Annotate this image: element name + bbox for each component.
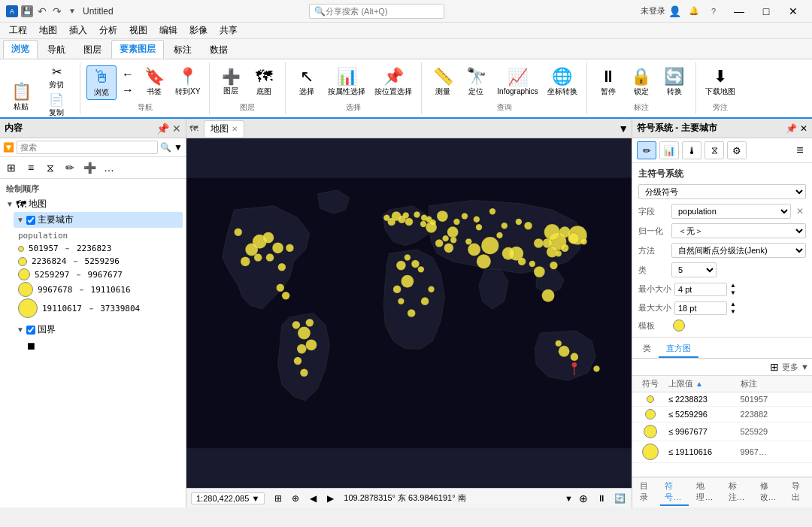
search-icon[interactable]: 🔍 xyxy=(160,142,171,153)
grid-button[interactable]: ⊞ xyxy=(271,492,286,505)
tab-data[interactable]: 数据 xyxy=(201,41,236,59)
min-size-down[interactable]: ▼ xyxy=(730,289,736,297)
expand-icon[interactable]: ▼ xyxy=(6,200,14,208)
layer-view-btn[interactable]: ⊞ xyxy=(3,159,20,176)
pause-status-btn[interactable]: ⏸ xyxy=(594,492,609,505)
menu-image[interactable]: 影像 xyxy=(183,23,214,38)
title-search-box[interactable]: 🔍 xyxy=(309,4,444,19)
attr-select-button[interactable]: 📊 按属性选择 xyxy=(325,67,368,98)
menu-insert[interactable]: 插入 xyxy=(63,23,93,38)
sym-btn-filter[interactable]: ⧖ xyxy=(704,141,724,159)
close-panel-icon[interactable]: ✕ xyxy=(172,123,181,135)
menu-map[interactable]: 地图 xyxy=(33,23,63,38)
cities-checkbox[interactable] xyxy=(26,216,35,225)
template-circle[interactable] xyxy=(673,320,685,332)
menu-analysis[interactable]: 分析 xyxy=(93,23,123,38)
close-button[interactable]: ✕ xyxy=(780,0,806,23)
min-size-up[interactable]: ▲ xyxy=(730,282,736,289)
sym-btn-heatmap[interactable]: 🌡 xyxy=(682,141,701,159)
borders-checkbox[interactable] xyxy=(26,326,35,335)
menu-share[interactable]: 共享 xyxy=(214,23,244,38)
bottom-tab-label[interactable]: 标注… xyxy=(724,479,753,506)
tab-class[interactable]: 类 xyxy=(635,341,659,358)
layer-edit-btn[interactable]: ✏ xyxy=(62,159,78,176)
lock-button[interactable]: 🔒 锁定 xyxy=(626,67,656,98)
cut-button[interactable]: ✂ 剪切 xyxy=(39,64,74,91)
tree-item-cities[interactable]: ▼ 主要城市 xyxy=(14,212,183,228)
coord-dropdown-icon[interactable]: ▼ xyxy=(565,494,573,503)
table-row[interactable]: ≤ 5259296 223882 xyxy=(632,407,812,423)
undo-icon[interactable]: ↶ xyxy=(36,5,48,17)
basemap-button[interactable]: 🗺 底图 xyxy=(249,67,279,98)
menu-view[interactable]: 视图 xyxy=(123,23,153,38)
zoom-button[interactable]: ⊕ xyxy=(288,492,303,505)
coord-convert-button[interactable]: 🌐 坐标转换 xyxy=(544,67,580,98)
back-button[interactable]: ← xyxy=(120,67,136,82)
col-upper-header[interactable]: 上限值 ▲ xyxy=(665,378,738,389)
add-layer-button[interactable]: ➕ 图层 xyxy=(216,68,246,98)
layer-search-input[interactable] xyxy=(17,141,158,154)
pin-icon[interactable]: 📌 xyxy=(156,123,169,135)
tab-browse[interactable]: 浏览 xyxy=(3,40,38,59)
bottom-tab-modify[interactable]: 修改… xyxy=(756,479,784,506)
forward-button[interactable]: → xyxy=(120,83,136,98)
field-select[interactable]: population xyxy=(671,204,791,219)
min-size-input[interactable] xyxy=(674,283,727,296)
paste-button[interactable]: 📋 粘贴 xyxy=(6,82,36,114)
table-row[interactable]: ≤ 2238823 501957 xyxy=(632,392,812,407)
bottom-tab-catalog[interactable]: 目录 xyxy=(635,479,657,506)
max-size-input[interactable] xyxy=(674,301,727,315)
map-canvas[interactable] xyxy=(186,138,632,488)
normalize-select[interactable]: ＜无＞ xyxy=(671,223,806,238)
tree-item-map[interactable]: ▼ 🗺 地图 xyxy=(3,196,183,212)
download-map-button[interactable]: ⬇ 下载地图 xyxy=(702,67,738,98)
table-scroll-area[interactable]: ≤ 2238823 501957 ≤ 5259296 223882 ≤ xyxy=(632,392,812,477)
redo-icon[interactable]: ↷ xyxy=(51,5,63,17)
tab-feature-layer[interactable]: 要素图层 xyxy=(111,40,164,59)
layer-more-btn[interactable]: … xyxy=(101,159,117,176)
measure-button[interactable]: 📏 测量 xyxy=(428,67,458,98)
table-row[interactable]: ≤ 9967677 525929 xyxy=(632,423,812,441)
more-btn[interactable]: 更多 ▼ xyxy=(782,362,809,373)
table-icon-btn[interactable]: ⊞ xyxy=(770,361,779,373)
sym-more-menu[interactable]: ≡ xyxy=(792,143,807,158)
class-select[interactable]: 5 xyxy=(671,262,717,277)
search-options-icon[interactable]: ▼ xyxy=(174,142,183,153)
tab-label[interactable]: 标注 xyxy=(165,41,200,59)
select-button[interactable]: ↖ 选择 xyxy=(292,67,322,98)
table-row[interactable]: ≤ 19110616 9967… xyxy=(632,441,812,463)
help-icon[interactable]: ? xyxy=(707,5,720,18)
cities-expand-icon[interactable]: ▼ xyxy=(17,216,24,224)
layer-add-btn[interactable]: ➕ xyxy=(81,159,98,176)
maximize-button[interactable]: □ xyxy=(753,0,779,23)
bottom-tab-export[interactable]: 导出 xyxy=(787,479,809,506)
field-clear-btn[interactable]: ✕ xyxy=(794,205,806,217)
login-button[interactable]: 未登录 👤 xyxy=(641,5,681,17)
close-right-icon[interactable]: ✕ xyxy=(800,123,807,134)
menu-edit[interactable]: 编辑 xyxy=(153,23,183,38)
nav-next-button[interactable]: ▶ xyxy=(323,492,338,505)
borders-expand-icon[interactable]: ▼ xyxy=(17,326,24,334)
layer-filter-btn[interactable]: ⧖ xyxy=(42,159,59,176)
tab-layer[interactable]: 图层 xyxy=(75,41,110,59)
bookmark-button[interactable]: 🔖 书签 xyxy=(139,67,169,98)
method-select[interactable]: 自然间断点分级法(Jenk) xyxy=(671,243,806,258)
refresh-btn[interactable]: 🔄 xyxy=(612,492,627,505)
title-search-input[interactable] xyxy=(326,7,423,16)
notification-icon[interactable]: 🔔 xyxy=(687,5,701,18)
sym-btn-options[interactable]: ⚙ xyxy=(727,141,747,159)
dropdown-icon[interactable]: ▼ xyxy=(66,5,78,17)
bottom-tab-symbol[interactable]: 符号… xyxy=(660,479,689,506)
sym-btn-chart[interactable]: 📊 xyxy=(659,141,679,159)
locate-button[interactable]: 🔭 定位 xyxy=(461,67,491,98)
max-size-up[interactable]: ▲ xyxy=(730,301,736,308)
loc-select-button[interactable]: 📌 按位置选择 xyxy=(371,67,415,98)
copy-button[interactable]: 📄 复制 xyxy=(39,92,74,117)
nav-prev-button[interactable]: ◀ xyxy=(305,492,320,505)
convert-button[interactable]: 🔄 转换 xyxy=(659,67,689,98)
map-tab[interactable]: 地图 ✕ xyxy=(204,120,244,137)
pause-button[interactable]: ⏸ 暂停 xyxy=(593,67,623,98)
goto-xy-button[interactable]: 📍 转到XY xyxy=(172,67,203,98)
map-area-dropdown[interactable]: ▼ xyxy=(618,123,629,135)
max-size-down[interactable]: ▼ xyxy=(730,308,736,316)
